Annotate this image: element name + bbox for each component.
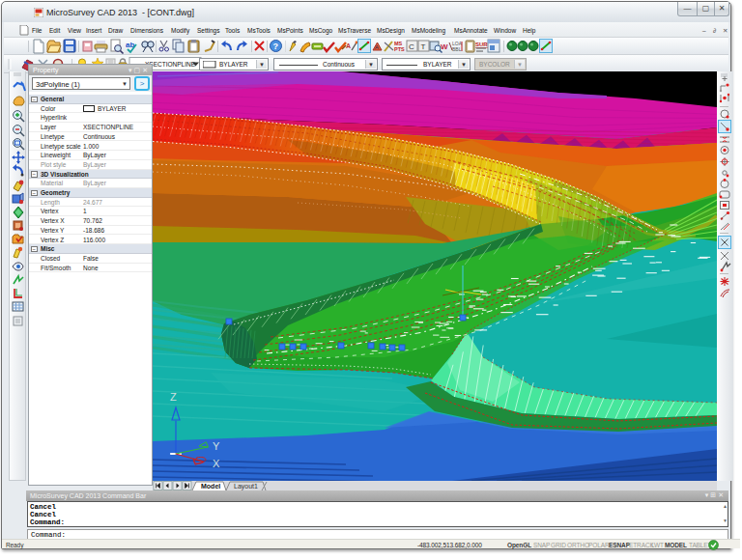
svg-text:Layout1: Layout1 xyxy=(234,483,258,490)
svg-text:Z: Z xyxy=(170,391,177,403)
svg-text:X: X xyxy=(213,458,220,469)
svg-text:BBL: BBL xyxy=(452,46,462,52)
svg-text:A: A xyxy=(375,44,379,50)
svg-text:T: T xyxy=(421,42,426,51)
svg-text:?: ? xyxy=(273,42,279,51)
svg-text:W: W xyxy=(441,42,448,51)
svg-text:Model: Model xyxy=(201,483,220,490)
svg-text:Y: Y xyxy=(213,440,220,452)
svg-text:PTS: PTS xyxy=(394,46,405,52)
svg-text:A: A xyxy=(346,42,351,49)
svg-text:C: C xyxy=(409,42,414,51)
